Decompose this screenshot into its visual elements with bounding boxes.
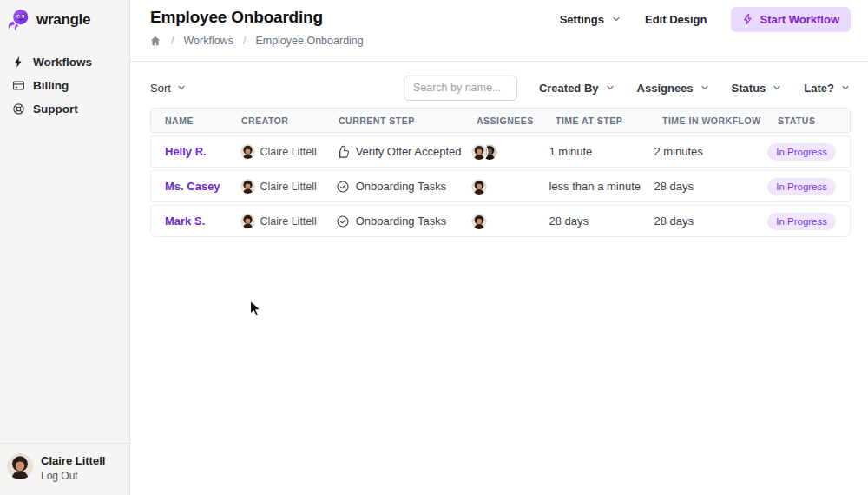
thumbs-up-icon bbox=[336, 145, 350, 159]
sidebar: wrangle Workflows Billing Support bbox=[0, 0, 130, 495]
assignee-avatar-1 bbox=[471, 214, 487, 229]
status-badge: In Progress bbox=[767, 213, 836, 230]
user-section: Claire Littell Log Out bbox=[0, 443, 129, 495]
table-header: NAME CREATOR CURRENT STEP ASSIGNEES TIME… bbox=[150, 108, 851, 133]
logo-text: wrangle bbox=[36, 11, 90, 29]
settings-label: Settings bbox=[560, 13, 604, 26]
current-step-name: Onboarding Tasks bbox=[356, 214, 447, 228]
breadcrumb-separator: / bbox=[243, 35, 246, 47]
assignee-avatar-1 bbox=[471, 179, 487, 195]
header-divider bbox=[130, 61, 868, 62]
created-by-dropdown[interactable]: Created By bbox=[539, 82, 615, 95]
check-circle-icon bbox=[336, 214, 350, 228]
header-actions: Settings Edit Design Start Workflow bbox=[560, 6, 851, 32]
creator-name: Claire Littell bbox=[260, 181, 317, 193]
breadcrumb-current: Employee Onboarding bbox=[255, 35, 363, 47]
late-dropdown[interactable]: Late? bbox=[804, 82, 851, 95]
assignee-avatars bbox=[471, 214, 487, 229]
sidebar-item-label: Billing bbox=[33, 79, 69, 92]
column-header-name: NAME bbox=[165, 116, 241, 126]
chevron-down-icon bbox=[605, 82, 615, 93]
user-avatar bbox=[7, 453, 33, 479]
creator-name: Claire Littell bbox=[260, 215, 317, 228]
sidebar-item-billing[interactable]: Billing bbox=[0, 74, 129, 97]
current-step-name: Onboarding Tasks bbox=[356, 180, 447, 193]
assignee-avatars bbox=[471, 179, 487, 195]
sidebar-item-workflows[interactable]: Workflows bbox=[0, 50, 129, 74]
status-dropdown[interactable]: Status bbox=[732, 82, 783, 95]
late-label: Late? bbox=[804, 82, 834, 95]
chevron-down-icon bbox=[611, 14, 621, 24]
status-badge: In Progress bbox=[767, 143, 836, 161]
assignee-avatars bbox=[471, 144, 497, 160]
assignees-label: Assignees bbox=[637, 82, 694, 95]
filter-group: Created By Assignees Status Late? bbox=[404, 76, 851, 101]
time-in-workflow: 28 days bbox=[654, 180, 767, 193]
chevron-down-icon bbox=[772, 82, 782, 93]
time-in-workflow: 28 days bbox=[654, 214, 767, 228]
column-header-current-step: CURRENT STEP bbox=[339, 116, 477, 126]
chevron-down-icon bbox=[840, 82, 851, 93]
sort-label: Sort bbox=[150, 82, 171, 95]
main-content: Employee Onboarding / Workflows / Employ… bbox=[130, 0, 868, 495]
breadcrumb-separator: / bbox=[171, 35, 174, 47]
filter-bar: Sort Created By Assignees Status bbox=[150, 75, 851, 101]
start-workflow-button[interactable]: Start Workflow bbox=[731, 7, 852, 32]
page-title: Employee Onboarding bbox=[150, 8, 323, 27]
user-name: Claire Littell bbox=[41, 453, 105, 467]
workflow-run-name-link[interactable]: Ms. Casey bbox=[165, 180, 220, 193]
credit-card-icon bbox=[12, 79, 25, 92]
table-row[interactable]: Ms. Casey Claire Littell Onboarding Task… bbox=[150, 170, 851, 202]
creator-name: Claire Littell bbox=[260, 146, 317, 158]
octopus-logo-icon bbox=[7, 8, 30, 31]
breadcrumb-workflows[interactable]: Workflows bbox=[183, 35, 233, 47]
assignee-avatar-1 bbox=[471, 144, 487, 160]
time-at-step: less than a minute bbox=[549, 180, 654, 193]
creator-avatar bbox=[240, 214, 255, 228]
current-step-name: Verify Offer Accepted bbox=[356, 145, 462, 158]
chevron-down-icon bbox=[176, 82, 187, 93]
assignees-dropdown[interactable]: Assignees bbox=[637, 82, 710, 95]
sidebar-nav: Workflows Billing Support bbox=[0, 50, 129, 121]
creator-avatar bbox=[240, 144, 255, 159]
column-header-assignees: ASSIGNEES bbox=[477, 116, 556, 126]
home-icon[interactable] bbox=[149, 35, 161, 47]
status-label: Status bbox=[732, 82, 766, 95]
lightning-icon bbox=[742, 13, 754, 25]
column-header-creator: CREATOR bbox=[241, 116, 339, 126]
status-badge: In Progress bbox=[767, 178, 836, 195]
sort-dropdown[interactable]: Sort bbox=[150, 82, 187, 95]
start-workflow-label: Start Workflow bbox=[760, 13, 840, 26]
check-circle-icon bbox=[336, 180, 350, 194]
logout-link[interactable]: Log Out bbox=[41, 470, 105, 482]
time-at-step: 28 days bbox=[549, 214, 654, 228]
edit-design-button[interactable]: Edit Design bbox=[645, 13, 707, 26]
created-by-label: Created By bbox=[539, 82, 599, 95]
app-window: wrangle Workflows Billing Support bbox=[0, 0, 868, 495]
breadcrumb: / Workflows / Employee Onboarding bbox=[149, 35, 364, 47]
column-header-status: STATUS bbox=[778, 116, 836, 126]
chevron-down-icon bbox=[700, 82, 710, 93]
workflow-run-name-link[interactable]: Mark S. bbox=[165, 214, 205, 228]
column-header-time-at-step: TIME AT STEP bbox=[556, 116, 662, 126]
column-header-time-in-workflow: TIME IN WORKFLOW bbox=[662, 116, 778, 126]
time-at-step: 1 minute bbox=[549, 145, 654, 158]
edit-design-label: Edit Design bbox=[645, 13, 707, 26]
lightning-icon bbox=[12, 56, 25, 69]
table-row[interactable]: Mark S. Claire Littell Onboarding Tasks … bbox=[150, 205, 851, 237]
table-row[interactable]: Helly R. Claire Littell Verify Offer Acc… bbox=[150, 135, 851, 168]
search-input[interactable] bbox=[404, 76, 517, 101]
time-in-workflow: 2 minutes bbox=[654, 145, 767, 158]
sidebar-item-label: Support bbox=[33, 102, 78, 116]
sidebar-item-label: Workflows bbox=[33, 56, 92, 69]
lifebuoy-icon bbox=[12, 102, 25, 116]
table-body: Helly R. Claire Littell Verify Offer Acc… bbox=[150, 135, 851, 237]
settings-dropdown[interactable]: Settings bbox=[560, 13, 621, 26]
workflow-run-name-link[interactable]: Helly R. bbox=[165, 145, 207, 158]
app-logo[interactable]: wrangle bbox=[0, 0, 129, 31]
sidebar-item-support[interactable]: Support bbox=[0, 97, 129, 121]
creator-avatar bbox=[240, 179, 255, 194]
workflow-runs-table: NAME CREATOR CURRENT STEP ASSIGNEES TIME… bbox=[150, 108, 851, 237]
